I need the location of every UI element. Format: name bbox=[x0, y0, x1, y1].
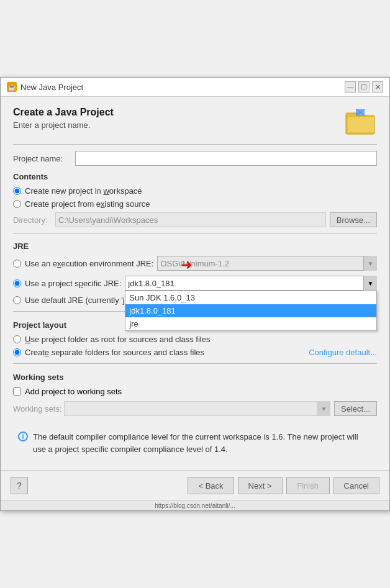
dropdown-item-sun[interactable]: Sun JDK 1.6.0_13 bbox=[125, 291, 376, 304]
dropdown-item-jdk181[interactable]: jdk1.8.0_181 bbox=[125, 304, 376, 317]
close-button[interactable]: ✕ bbox=[372, 81, 383, 93]
exec-env-combo-arrow: ▼ bbox=[363, 256, 377, 271]
title-bar-left: ☕ New Java Project bbox=[7, 82, 83, 92]
layout-divider bbox=[13, 363, 377, 364]
maximize-button[interactable]: ☐ bbox=[358, 81, 370, 93]
select-button[interactable]: Select... bbox=[334, 401, 377, 416]
existing-source-radio[interactable] bbox=[13, 200, 21, 208]
url-bar: https://blog.csdn.net/aitanli/... bbox=[1, 500, 389, 510]
working-sets-combo-row: Working sets: ▼ Select... bbox=[13, 401, 377, 416]
new-workspace-radio[interactable] bbox=[13, 187, 21, 195]
separate-folders-radio-group: Create separate folders for sources and … bbox=[13, 348, 204, 357]
default-jre-radio[interactable] bbox=[13, 296, 21, 304]
working-sets-section: Working sets Add project to working sets… bbox=[13, 373, 377, 416]
svg-rect-2 bbox=[347, 117, 374, 133]
project-name-row: Project name: bbox=[13, 151, 377, 166]
project-specific-radio[interactable] bbox=[13, 279, 21, 287]
window-title: New Java Project bbox=[20, 83, 83, 92]
browse-button[interactable]: Browse... bbox=[330, 212, 377, 227]
next-button[interactable]: Next > bbox=[238, 477, 283, 494]
folder-root-row: Use project folder as root for sources a… bbox=[13, 335, 377, 344]
project-specific-combo-wrapper[interactable]: jdk1.8.0_181 ▼ Sun JDK 1.6.0_13 jdk1.8.0… bbox=[125, 276, 377, 291]
title-bar: ☕ New Java Project — ☐ ✕ bbox=[1, 78, 389, 97]
exec-env-row: Use an execution environment JRE: OSGi/M… bbox=[13, 256, 377, 271]
dropdown-item-jre[interactable]: jre bbox=[125, 317, 376, 330]
project-name-label: Project name: bbox=[13, 154, 75, 163]
project-specific-combo[interactable]: jdk1.8.0_181 bbox=[125, 276, 377, 291]
project-specific-combo-arrow[interactable]: ▼ bbox=[363, 276, 377, 291]
existing-source-row: Create project from existing source bbox=[13, 199, 377, 209]
header-text: Create a Java Project Enter a project na… bbox=[13, 107, 114, 130]
exec-env-label: Use an execution environment JRE: bbox=[25, 259, 153, 268]
back-button[interactable]: < Back bbox=[188, 477, 234, 494]
jre-section: JRE Use an execution environment JRE: OS… bbox=[13, 242, 377, 305]
info-icon: i bbox=[18, 432, 28, 441]
info-message: The default compiler compliance level fo… bbox=[33, 431, 372, 455]
configure-default-link[interactable]: Configure default... bbox=[309, 348, 377, 357]
default-jre-label: Use default JRE (currently 'jre') bbox=[25, 296, 136, 305]
main-content: Create a Java Project Enter a project na… bbox=[1, 97, 389, 470]
project-specific-row: Use a project specific JRE: jdk1.8.0_181… bbox=[13, 276, 377, 291]
main-window: ☕ New Java Project — ☐ ✕ Create a Java P… bbox=[0, 77, 390, 511]
dialog-title: Create a Java Project bbox=[13, 107, 114, 118]
header-divider bbox=[13, 144, 377, 145]
separate-folders-row: Create separate folders for sources and … bbox=[13, 348, 377, 357]
existing-source-label: Create project from existing source bbox=[25, 199, 150, 209]
add-working-sets-row: Add project to working sets bbox=[13, 387, 377, 396]
working-sets-combo bbox=[64, 401, 330, 416]
separate-folders-radio[interactable] bbox=[13, 348, 21, 356]
separate-folders-label: Create separate folders for sources and … bbox=[25, 348, 204, 357]
add-working-sets-checkbox[interactable] bbox=[13, 387, 21, 396]
jre-section-title: JRE bbox=[13, 242, 377, 251]
project-name-input[interactable] bbox=[75, 151, 377, 166]
directory-label: Directory: bbox=[13, 215, 55, 225]
cancel-button[interactable]: Cancel bbox=[333, 477, 379, 494]
add-working-sets-label: Add project to working sets bbox=[25, 387, 122, 396]
info-box: i The default compiler compliance level … bbox=[13, 426, 377, 460]
header-section: Create a Java Project Enter a project na… bbox=[13, 107, 377, 137]
contents-section-title: Contents bbox=[13, 172, 377, 181]
new-workspace-label: Create new project in workspace bbox=[25, 186, 142, 196]
java-icon: ☕ bbox=[7, 82, 17, 92]
working-sets-combo-arrow: ▼ bbox=[317, 401, 330, 416]
bottom-section: ? < Back Next > Finish Cancel bbox=[1, 470, 389, 500]
exec-env-radio[interactable] bbox=[13, 260, 21, 268]
working-sets-combo-wrapper: ▼ bbox=[64, 401, 330, 416]
exec-env-combo-wrapper: OSGi/Minimum-1.2 ▼ bbox=[157, 256, 377, 271]
contents-divider bbox=[13, 233, 377, 234]
directory-input bbox=[55, 212, 326, 227]
help-button[interactable]: ? bbox=[11, 477, 28, 494]
new-workspace-row: Create new project in workspace bbox=[13, 186, 377, 196]
folder-icon bbox=[345, 107, 377, 137]
project-specific-label: Use a project specific JRE: bbox=[25, 279, 121, 288]
exec-env-combo: OSGi/Minimum-1.2 bbox=[157, 256, 377, 271]
directory-row: Directory: Browse... bbox=[13, 212, 377, 227]
minimize-button[interactable]: — bbox=[345, 81, 356, 93]
button-row: ? < Back Next > Finish Cancel bbox=[11, 477, 379, 494]
working-sets-title: Working sets bbox=[13, 373, 377, 382]
folder-root-label: Use project folder as root for sources a… bbox=[25, 335, 210, 344]
dialog-subtitle: Enter a project name. bbox=[13, 120, 114, 130]
finish-button[interactable]: Finish bbox=[286, 477, 330, 494]
jre-dropdown[interactable]: Sun JDK 1.6.0_13 jdk1.8.0_181 jre bbox=[125, 291, 377, 331]
title-bar-controls: — ☐ ✕ bbox=[345, 81, 383, 93]
folder-root-radio[interactable] bbox=[13, 335, 21, 343]
working-sets-label: Working sets: bbox=[13, 404, 64, 414]
